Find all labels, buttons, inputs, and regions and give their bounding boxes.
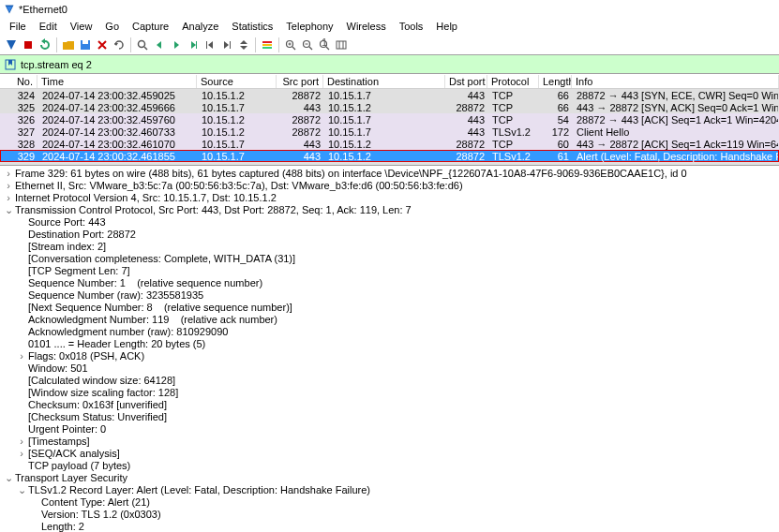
goto-packet-icon[interactable] [186, 37, 201, 52]
menu-statistics[interactable]: Statistics [226, 19, 278, 34]
menu-go[interactable]: Go [99, 19, 125, 34]
packet-row[interactable]: 3292024-07-14 23:00:32.46185510.15.1.744… [0, 150, 779, 162]
col-destination[interactable]: Destination [323, 75, 445, 88]
stop-capture-icon[interactable] [21, 37, 36, 52]
cell-dst: 10.15.1.7 [324, 114, 446, 126]
cell-proto: TLSv1.2 [488, 126, 540, 138]
collapse-icon[interactable]: ⌄ [17, 484, 26, 496]
tree-tls-record[interactable]: ⌄TLSv1.2 Record Layer: Alert (Level: Fat… [2, 484, 777, 496]
packet-list-pane[interactable]: No. Time Source Src port Destination Dst… [0, 74, 779, 166]
packet-row[interactable]: 3262024-07-14 23:00:32.45976010.15.1.228… [0, 113, 779, 126]
tree-tls[interactable]: ⌄Transport Layer Security [2, 472, 777, 484]
tree-tls-contenttype[interactable]: Content Type: Alert (21) [2, 496, 777, 509]
col-time[interactable]: Time [37, 75, 197, 88]
tree-ethernet[interactable]: ›Ethernet II, Src: VMware_b3:5c:7a (00:5… [2, 180, 777, 192]
tree-tcp-seq[interactable]: Sequence Number: 1 (relative sequence nu… [2, 277, 777, 289]
packet-row[interactable]: 3252024-07-14 23:00:32.45966610.15.1.744… [0, 101, 779, 113]
tree-tcp-cstat[interactable]: [Checksum Status: Unverified] [2, 411, 777, 423]
tree-tls-length[interactable]: Length: 2 [2, 521, 777, 532]
first-packet-icon[interactable] [202, 37, 217, 52]
cell-src: 10.15.1.2 [198, 114, 277, 126]
expand-icon[interactable]: › [4, 192, 13, 204]
menu-capture[interactable]: Capture [127, 19, 174, 34]
expand-icon[interactable]: › [17, 436, 26, 448]
col-info[interactable]: Info [572, 75, 779, 88]
col-protocol[interactable]: Protocol [487, 75, 539, 88]
col-source[interactable]: Source [197, 75, 277, 88]
col-length[interactable]: Length [539, 75, 572, 88]
tree-tcp-ack[interactable]: Acknowledgment Number: 119 (relative ack… [2, 314, 777, 326]
menu-file[interactable]: File [4, 19, 32, 34]
tree-tcp-payload[interactable]: TCP payload (7 bytes) [2, 460, 777, 472]
menu-view[interactable]: View [65, 19, 98, 34]
collapse-icon[interactable]: ⌄ [4, 204, 13, 216]
expand-icon[interactable]: › [17, 350, 26, 362]
display-filter-bar [0, 55, 779, 74]
tree-tcp-win[interactable]: Window: 501 [2, 362, 777, 375]
tree-frame[interactable]: ›Frame 329: 61 bytes on wire (488 bits),… [2, 168, 777, 180]
tree-tcp-ts[interactable]: ›[Timestamps] [2, 436, 777, 448]
save-file-icon[interactable] [78, 37, 93, 52]
restart-capture-icon[interactable] [37, 37, 52, 52]
menu-wireless[interactable]: Wireless [341, 19, 392, 34]
packet-row[interactable]: 3282024-07-14 23:00:32.46107010.15.1.744… [0, 138, 779, 150]
zoom-reset-icon[interactable]: 1 [317, 37, 332, 52]
cell-dst: 10.15.1.7 [324, 90, 446, 101]
tree-tcp-flags[interactable]: ›Flags: 0x018 (PSH, ACK) [2, 350, 777, 362]
colorize-icon[interactable] [260, 37, 275, 52]
tree-tcp-cwin[interactable]: [Calculated window size: 64128] [2, 375, 777, 387]
tree-tcp-ackraw[interactable]: Acknowledgment number (raw): 810929090 [2, 326, 777, 338]
menu-analyze[interactable]: Analyze [176, 19, 224, 34]
menu-telephony[interactable]: Telephony [280, 19, 338, 34]
col-dstport[interactable]: Dst port [445, 75, 487, 88]
go-back-icon[interactable] [152, 37, 167, 52]
col-srcport[interactable]: Src port [277, 75, 323, 88]
auto-scroll-icon[interactable] [236, 37, 251, 52]
svg-rect-10 [262, 47, 272, 49]
menu-help[interactable]: Help [430, 19, 463, 34]
open-file-icon[interactable] [61, 37, 76, 52]
svg-rect-8 [262, 41, 272, 43]
tree-tcp-seqack[interactable]: ›[SEQ/ACK analysis] [2, 448, 777, 460]
tree-tcp-csum[interactable]: Checksum: 0x163f [unverified] [2, 399, 777, 411]
tree-tcp[interactable]: ⌄Transmission Control Protocol, Src Port… [2, 204, 777, 216]
expand-icon[interactable]: › [17, 448, 26, 460]
col-no[interactable]: No. [0, 75, 37, 88]
expand-icon[interactable]: › [4, 168, 13, 180]
tree-tcp-stream[interactable]: [Stream index: 2] [2, 241, 777, 253]
expand-icon[interactable]: › [4, 180, 13, 192]
tree-tcp-srcport[interactable]: Source Port: 443 [2, 216, 777, 229]
packet-details-pane[interactable]: ›Frame 329: 61 bytes on wire (488 bits),… [0, 166, 779, 532]
find-packet-icon[interactable] [135, 37, 150, 52]
tree-ip[interactable]: ›Internet Protocol Version 4, Src: 10.15… [2, 192, 777, 204]
menu-tools[interactable]: Tools [394, 19, 429, 34]
last-packet-icon[interactable] [219, 37, 234, 52]
resize-columns-icon[interactable] [334, 37, 349, 52]
tree-tcp-seqraw[interactable]: Sequence Number (raw): 3235581935 [2, 289, 777, 302]
packet-list-header[interactable]: No. Time Source Src port Destination Dst… [0, 74, 779, 89]
zoom-out-icon[interactable] [300, 37, 315, 52]
tree-tcp-hlen[interactable]: 0101 .... = Header Length: 20 bytes (5) [2, 338, 777, 350]
tree-tcp-conv[interactable]: [Conversation completeness: Complete, WI… [2, 253, 777, 265]
cell-dst: 10.15.1.2 [324, 139, 446, 150]
tree-tcp-seglen[interactable]: [TCP Segment Len: 7] [2, 265, 777, 277]
tree-tcp-dstport[interactable]: Destination Port: 28872 [2, 229, 777, 241]
cell-src: 10.15.1.2 [198, 126, 277, 138]
menu-edit[interactable]: Edit [34, 19, 63, 34]
go-forward-icon[interactable] [169, 37, 184, 52]
collapse-icon[interactable]: ⌄ [4, 472, 13, 484]
reload-icon[interactable] [112, 37, 127, 52]
start-capture-icon[interactable] [4, 37, 19, 52]
zoom-in-icon[interactable] [283, 37, 298, 52]
tree-tls-version[interactable]: Version: TLS 1.2 (0x0303) [2, 509, 777, 521]
packet-row[interactable]: 3272024-07-14 23:00:32.46073310.15.1.228… [0, 126, 779, 138]
cell-time: 2024-07-14 23:00:32.459760 [38, 114, 198, 126]
tree-tcp-wsf[interactable]: [Window size scaling factor: 128] [2, 387, 777, 399]
tree-tcp-nseq[interactable]: [Next Sequence Number: 8 (relative seque… [2, 302, 777, 314]
display-filter-input[interactable] [21, 59, 775, 70]
close-file-icon[interactable] [95, 37, 110, 52]
packet-row[interactable]: 3242024-07-14 23:00:32.45902510.15.1.228… [0, 89, 779, 101]
filter-bookmark-icon[interactable] [4, 58, 17, 71]
tree-tcp-urg[interactable]: Urgent Pointer: 0 [2, 423, 777, 436]
main-toolbar: 1 [0, 35, 779, 55]
